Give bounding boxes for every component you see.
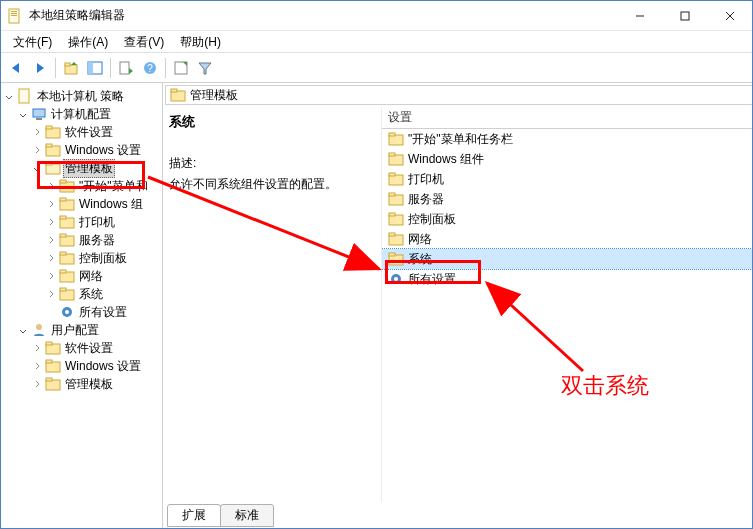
list-horizontal-scrollbar[interactable]	[382, 486, 752, 502]
list-item-label: 网络	[408, 231, 432, 248]
svg-rect-49	[46, 342, 52, 345]
tree-user-software[interactable]: 软件设置	[3, 339, 160, 357]
tree-label: 管理模板	[63, 159, 115, 178]
folder-icon	[388, 211, 404, 227]
tree-pane: 本地计算机 策略 计算机配置 软件设置 Windows 设置	[1, 83, 163, 528]
tree-all-settings[interactable]: 所有设置	[3, 303, 160, 321]
chevron-down-icon[interactable]	[17, 324, 29, 336]
tree-software-settings[interactable]: 软件设置	[3, 123, 160, 141]
chevron-right-icon[interactable]	[45, 270, 57, 282]
chevron-down-icon[interactable]	[3, 90, 15, 102]
list-item[interactable]: 打印机	[382, 169, 752, 189]
menu-file[interactable]: 文件(F)	[5, 31, 60, 53]
chevron-down-icon[interactable]	[31, 162, 43, 174]
folder-icon	[59, 268, 75, 284]
tree-printers[interactable]: 打印机	[3, 213, 160, 231]
chevron-down-icon[interactable]	[17, 108, 29, 120]
user-icon	[31, 322, 47, 338]
tree-horizontal-scrollbar[interactable]	[1, 512, 162, 528]
tree-scroll[interactable]: 本地计算机 策略 计算机配置 软件设置 Windows 设置	[1, 83, 162, 512]
list-item[interactable]: 控制面板	[382, 209, 752, 229]
properties-button[interactable]	[170, 57, 192, 79]
titlebar: 本地组策略编辑器	[1, 1, 752, 31]
list-body[interactable]: "开始"菜单和任务栏Windows 组件打印机服务器控制面板网络系统所有设置	[382, 129, 752, 486]
tree-label: "开始"菜单和	[77, 178, 150, 195]
tree-windows-components[interactable]: Windows 组	[3, 195, 160, 213]
list-item-label: Windows 组件	[408, 151, 484, 168]
settings-icon	[388, 271, 404, 287]
close-button[interactable]	[707, 1, 752, 30]
forward-button[interactable]	[29, 57, 51, 79]
tree-label: 服务器	[77, 232, 117, 249]
list-item[interactable]: 系统	[382, 249, 752, 269]
menu-help[interactable]: 帮助(H)	[172, 31, 229, 53]
chevron-right-icon[interactable]	[31, 144, 43, 156]
spacer	[45, 306, 57, 318]
svg-point-46	[65, 310, 69, 314]
svg-rect-61	[389, 173, 395, 176]
tab-extended[interactable]: 扩展	[167, 504, 221, 527]
list-item[interactable]: 所有设置	[382, 269, 752, 289]
chevron-right-icon[interactable]	[45, 180, 57, 192]
chevron-right-icon[interactable]	[31, 378, 43, 390]
svg-rect-14	[88, 62, 93, 74]
tree-admin-templates[interactable]: 管理模板	[3, 159, 160, 177]
chevron-right-icon[interactable]	[31, 126, 43, 138]
tree-root[interactable]: 本地计算机 策略	[3, 87, 160, 105]
show-hide-tree-button[interactable]	[84, 57, 106, 79]
svg-rect-22	[19, 89, 29, 103]
help-button[interactable]: ?	[139, 57, 161, 79]
list-item-label: 服务器	[408, 191, 444, 208]
tab-standard[interactable]: 标准	[220, 504, 274, 527]
folder-icon	[59, 196, 75, 212]
export-list-button[interactable]	[115, 57, 137, 79]
tree-control-panel[interactable]: 控制面板	[3, 249, 160, 267]
tree-network[interactable]: 网络	[3, 267, 160, 285]
menu-view[interactable]: 查看(V)	[116, 31, 172, 53]
list-item[interactable]: Windows 组件	[382, 149, 752, 169]
menu-action[interactable]: 操作(A)	[60, 31, 116, 53]
svg-rect-32	[60, 180, 66, 183]
content-pane: 管理模板 系统 描述: 允许不同系统组件设置的配置。 设置 "开始"菜单和任务栏…	[163, 83, 752, 528]
folder-open-icon	[45, 160, 61, 176]
minimize-button[interactable]	[617, 1, 662, 30]
list-header[interactable]: 设置	[382, 107, 752, 129]
folder-icon	[59, 250, 75, 266]
detail-desc-text: 允许不同系统组件设置的配置。	[169, 176, 377, 193]
folder-icon	[388, 231, 404, 247]
tree-system[interactable]: 系统	[3, 285, 160, 303]
tree-label: Windows 设置	[63, 358, 143, 375]
chevron-right-icon[interactable]	[45, 288, 57, 300]
filter-button[interactable]	[194, 57, 216, 79]
svg-rect-53	[46, 378, 52, 381]
svg-rect-38	[60, 234, 66, 237]
svg-rect-2	[11, 13, 17, 14]
chevron-right-icon[interactable]	[45, 234, 57, 246]
maximize-button[interactable]	[662, 1, 707, 30]
tree-start-taskbar[interactable]: "开始"菜单和	[3, 177, 160, 195]
back-button[interactable]	[5, 57, 27, 79]
chevron-right-icon[interactable]	[31, 342, 43, 354]
svg-rect-23	[33, 109, 45, 117]
tree-user-admin-templates[interactable]: 管理模板	[3, 375, 160, 393]
chevron-right-icon[interactable]	[31, 360, 43, 372]
folder-icon	[45, 124, 61, 140]
computer-icon	[31, 106, 47, 122]
tree-user-config[interactable]: 用户配置	[3, 321, 160, 339]
list-item[interactable]: 网络	[382, 229, 752, 249]
tree-user-windows-settings[interactable]: Windows 设置	[3, 357, 160, 375]
tree-windows-settings[interactable]: Windows 设置	[3, 141, 160, 159]
chevron-right-icon[interactable]	[45, 198, 57, 210]
tree-label: 软件设置	[63, 124, 115, 141]
up-button[interactable]	[60, 57, 82, 79]
tree-computer-config[interactable]: 计算机配置	[3, 105, 160, 123]
list-item[interactable]: "开始"菜单和任务栏	[382, 129, 752, 149]
chevron-right-icon[interactable]	[45, 216, 57, 228]
chevron-right-icon[interactable]	[45, 252, 57, 264]
svg-rect-34	[60, 198, 66, 201]
tree-servers[interactable]: 服务器	[3, 231, 160, 249]
svg-rect-24	[36, 118, 42, 120]
list-item[interactable]: 服务器	[382, 189, 752, 209]
svg-marker-16	[129, 68, 133, 74]
list-item-label: "开始"菜单和任务栏	[408, 131, 513, 148]
